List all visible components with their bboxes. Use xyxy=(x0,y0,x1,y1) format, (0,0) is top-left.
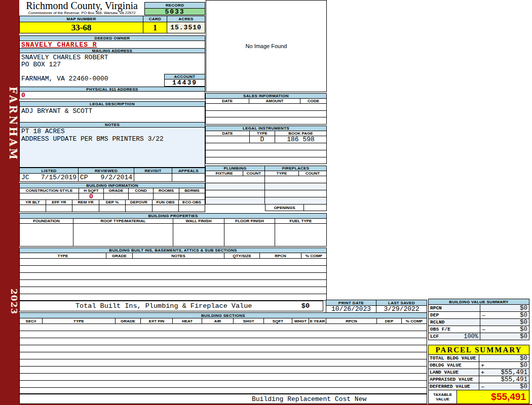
eco-obs-label: ECO OBS xyxy=(179,200,205,205)
record-value: 5033 xyxy=(144,9,205,15)
built-ins-total-value: $0 xyxy=(301,302,310,310)
ps-op: − xyxy=(481,383,484,390)
print-date-label: PRINT DATE xyxy=(326,300,376,306)
map-number-label: MAP NUMBER xyxy=(19,16,143,22)
mailing-address-label: MAILING ADDRESS xyxy=(19,48,205,53)
review-header-row: LISTED REVIEWED REVISIT APPEALS xyxy=(19,168,205,174)
building-sections-empty-row xyxy=(19,324,427,331)
card-value: 1 xyxy=(143,22,167,33)
legal-description-label: LEGAL DESCRIPTION xyxy=(19,101,205,107)
ps-row-land: LAND VALUE + $55,491 xyxy=(428,369,529,376)
bvs-value: $0 xyxy=(520,312,527,319)
foundation-label: FOUNDATION xyxy=(19,219,73,224)
ps-label: LAND VALUE xyxy=(428,369,479,376)
bvs-value: $0 xyxy=(520,319,527,326)
bi-notes-label: NOTES xyxy=(133,253,224,259)
bs-type-label: TYPE xyxy=(43,318,116,324)
bi-type-label: TYPE xyxy=(19,253,106,259)
building-sections-title: BUILDING SECTIONS xyxy=(19,312,427,318)
li-type-value: D xyxy=(250,136,275,143)
bs-shgt-label: SHGT xyxy=(234,318,264,324)
tax-year-label: 2023 xyxy=(0,286,19,317)
ps-row-appraised: APPRAISED VALUE $55,491 xyxy=(428,376,529,383)
bi-comp-label: % COMP xyxy=(301,253,327,259)
listed-value: JC 7/15/2019 xyxy=(19,174,79,182)
openings-row: OPENINGS xyxy=(265,205,327,211)
wall-finish-label: WALL FINISH xyxy=(173,219,224,224)
revisit-label: REVISIT xyxy=(134,168,172,174)
li-type-label: TYPE xyxy=(250,131,275,136)
parcel-summary: PARCEL SUMMARY TOTAL BLDG VALUE $0 OBLDG… xyxy=(428,345,529,404)
ps-label: DEFERRED VALUE xyxy=(428,383,479,390)
print-info-block: PRINT DATE LAST SAVED 10/26/2023 3/29/20… xyxy=(326,300,427,313)
bs-rpcn-label: RPCN xyxy=(326,318,377,324)
mailing-address-block: SNAVELY CHARLES ROBERT PO BOX 127 FARNHA… xyxy=(19,53,205,87)
bi-rpcn-label: RPCN xyxy=(260,253,301,259)
taxable-value-label: TAXABLE VALUE xyxy=(428,390,457,404)
building-properties-values xyxy=(19,224,327,247)
yr-blt-label: YR BLT xyxy=(19,200,46,205)
rooms-label: ROOMS xyxy=(154,188,179,193)
building-sections-empty-row xyxy=(19,331,427,338)
bvs-value: $0 xyxy=(520,333,527,340)
commissioner-line: Commissioner of the Revenue, PO Box 366,… xyxy=(19,11,144,15)
built-ins-empty-row xyxy=(19,287,327,294)
map-header-row: MAP NUMBER CARD ACRES xyxy=(19,16,205,22)
bvs-row-obs: OBS F/E − $0 xyxy=(428,326,529,333)
ps-row-obldg: OBLDG VALUE + $0 xyxy=(428,362,529,369)
legal-instruments-headers: DATE TYPE BOOK PAGE xyxy=(205,131,327,136)
bs-dep-label: DEP xyxy=(377,318,402,324)
sales-empty-row xyxy=(205,117,327,125)
bvs-label: RCLND xyxy=(430,319,445,325)
building-sections-footer: Building Replacement Cost New xyxy=(19,394,427,404)
account-box: ACCOUNT 14439 xyxy=(164,74,205,87)
replacement-cost-note: Building Replacement Cost New xyxy=(252,395,366,403)
plumbing-fireplaces-headers: FIXTURE COUNT TYPE COUNT xyxy=(205,171,327,176)
bs-extfin-label: EXT FIN xyxy=(141,318,173,324)
bs-heat-label: HEAT xyxy=(173,318,202,324)
ps-label: APPRAISED VALUE xyxy=(428,376,479,383)
bvs-op: − xyxy=(482,312,485,319)
built-ins-empty-row xyxy=(19,280,327,287)
roof-type-value xyxy=(73,224,173,247)
bs-sqft-label: SQFT xyxy=(264,318,292,324)
built-ins-total-label: Total Built Ins, Plumbing & Fireplace Va… xyxy=(75,302,252,310)
notes-line-1: PT 18 ACRES xyxy=(21,128,205,136)
ps-row-deferred: DEFERRED VALUE − $0 xyxy=(428,383,529,390)
built-ins-empty-row xyxy=(19,294,327,301)
built-ins-empty-row xyxy=(19,273,327,280)
construction-style-value xyxy=(19,193,79,200)
listed-label: LISTED xyxy=(19,168,79,174)
deeded-owner-value: SNAVELY CHARLES R xyxy=(19,41,205,48)
floor-finish-value xyxy=(224,224,275,247)
fireplace-type-label: TYPE xyxy=(265,171,299,176)
built-ins-headers: TYPE GRADE NOTES QTY/SIZE RPCN % COMP xyxy=(19,253,327,259)
built-ins-empty-row xyxy=(19,259,327,266)
bs-comp-label: % COMP xyxy=(402,318,427,324)
building-properties-title: BUILDING PROPERTIES xyxy=(19,213,327,219)
ps-label: TOTAL BLDG VALUE xyxy=(428,355,479,362)
openings-value xyxy=(304,205,327,211)
sales-code-label: CODE xyxy=(300,99,327,104)
last-saved-value: 3/29/2022 xyxy=(376,306,427,313)
depovr-label: DEPOVR xyxy=(126,200,153,205)
openings-label: OPENINGS xyxy=(265,205,304,211)
floor-finish-label: FLOOR FINISH xyxy=(224,219,275,224)
building-sections-empty-row xyxy=(19,345,427,352)
built-ins-empty-row xyxy=(19,266,327,273)
property-record-card: FARNHAM 2023 Richmond County, Virginia C… xyxy=(0,0,532,405)
fixture-count-label: COUNT xyxy=(243,171,265,176)
cond-label: COND xyxy=(129,188,154,193)
building-info-headers-2: YR BLT EFF YR REM YR DEP % DEPOVR FUN OB… xyxy=(19,200,205,205)
wall-finish-value xyxy=(173,224,224,247)
building-information-title: BUILDING INFORMATION xyxy=(19,183,205,188)
sales-information-title: SALES INFORMATION xyxy=(205,93,327,99)
ps-op: + xyxy=(481,362,484,369)
acres-label: ACRES xyxy=(167,16,205,22)
bvs-label: OBS F/E xyxy=(430,327,450,332)
building-sections-headers: SEC# TYPE GRADE EXT FIN HEAT AIR SHGT SQ… xyxy=(19,318,427,324)
built-ins-title: BUILDING BUILT INS, BASEMENTS, ATTICS & … xyxy=(19,248,327,253)
sales-empty-row xyxy=(205,104,327,111)
bs-eyear-label: E YEAR xyxy=(309,318,326,324)
listed-date: 7/15/2019 xyxy=(41,174,77,181)
